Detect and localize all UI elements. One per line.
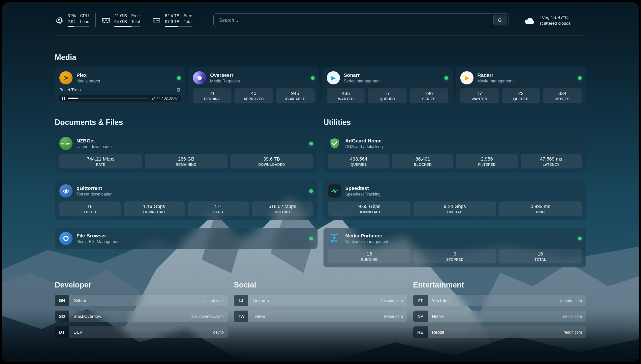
bookmark-dev[interactable]: DT DEVdev.to <box>55 326 228 338</box>
bookmark-url: linkedin.com <box>381 298 403 303</box>
bookmark-name: Github <box>74 298 86 303</box>
app-name: Overseerr <box>210 72 240 78</box>
top-bar: 31% CPU 2.94 Load <box>55 13 586 27</box>
app-name: Plex <box>76 72 100 78</box>
bookmark-url: stackoverflow.com <box>191 314 224 319</box>
app-desc: Container management <box>345 239 388 244</box>
card-filebrowser[interactable]: File Browser Media File Management <box>55 228 318 249</box>
stat-box: 39.6 TBDOWNLOADED <box>230 154 313 168</box>
app-desc: Usenet downloader <box>76 144 112 149</box>
card-sonarr[interactable]: ▶ Sonarr Series management 485WANTED 17Q… <box>322 67 453 107</box>
bookmark-group-entertainment: Entertainment YT YouTubeyoutube.com NF N… <box>413 267 586 342</box>
app-desc: Torrent downloader <box>76 192 112 197</box>
bookmark-youtube[interactable]: YT YouTubeyoutube.com <box>413 295 586 306</box>
speedtest-icon <box>328 184 341 197</box>
bookmark-abbr: LI <box>234 295 248 306</box>
bookmark-netflix[interactable]: NF Netflixnetflix.com <box>413 311 586 322</box>
ram-monitor: 21 GiB Free 64 GiB Total <box>95 13 146 27</box>
bookmark-abbr: YT <box>413 295 428 306</box>
section-heading-entertainment: Entertainment <box>413 281 586 289</box>
cpu-load-value: 2.94 <box>68 19 76 24</box>
app-desc: DNS and adblocking <box>345 144 383 149</box>
documents-column: Documents & Files nzbget NZBGet Usenet d… <box>55 107 318 249</box>
card-overseerr[interactable]: Overseerr Media Requests 21PENDING 40APP… <box>188 67 319 107</box>
pause-icon[interactable] <box>62 97 65 100</box>
status-dot <box>309 189 313 193</box>
stat-box: 86,401BLOCKED <box>392 154 454 168</box>
stat-box: 40APPROVED <box>234 88 273 103</box>
ram-total-label: Total <box>131 19 140 24</box>
app-desc: Media Requests <box>210 79 240 83</box>
weather-widget: Lviv, 16.87°C scattered clouds <box>524 15 586 26</box>
cpu-monitor: 31% CPU 2.94 Load <box>55 13 95 27</box>
stat-box: 1.19 GbpsDOWNLOAD <box>124 201 185 216</box>
bookmark-name: Reddit <box>432 330 444 335</box>
card-portainer[interactable]: Media Portainer Container management 16R… <box>323 228 586 267</box>
stat-box: 0STOPPED <box>413 249 496 263</box>
plex-player-bar: 24:44 / 02:06:47 <box>59 95 181 102</box>
section-heading-social: Social <box>234 281 407 289</box>
app-name: Sonarr <box>344 72 381 78</box>
stat-box: 9.24 GbpsUPLOAD <box>413 201 496 216</box>
gear-icon[interactable]: ⚙ <box>176 87 181 92</box>
system-monitors: 31% CPU 2.94 Load <box>55 13 198 27</box>
status-dot <box>578 76 582 80</box>
status-dot <box>177 76 181 80</box>
search-provider-button[interactable]: G <box>493 15 506 25</box>
bookmark-name: StackOverflow <box>74 314 101 319</box>
radarr-icon: ▶ <box>460 71 473 84</box>
cloud-icon <box>524 16 535 24</box>
bookmark-abbr: SO <box>55 311 69 322</box>
status-dot <box>311 76 315 80</box>
app-name: File Browser <box>76 233 121 239</box>
play-glyph: ▶ <box>331 75 336 81</box>
ram-free-label: Free <box>131 13 140 18</box>
stat-box: 16RUNNING <box>328 249 411 263</box>
bookmark-name: DEV <box>74 330 82 335</box>
app-name: AdGuard Home <box>345 138 383 144</box>
stat-box: 17QUEUED <box>368 88 407 103</box>
utilities-column: Utilities <box>323 107 586 267</box>
section-heading-documents: Documents & Files <box>55 118 318 127</box>
bookmark-name: Twitter <box>253 314 265 319</box>
app-name: qBittorrent <box>76 185 112 191</box>
bookmark-url: netflix.com <box>563 314 582 319</box>
card-adguard[interactable]: AdGuard Home DNS and adblocking 498,564Q… <box>323 133 586 172</box>
cpu-label: CPU <box>80 13 89 18</box>
plex-chevron-glyph: > <box>64 74 68 81</box>
disk-total-label: Total <box>184 19 192 24</box>
bookmark-github[interactable]: GH Githubgithub.com <box>55 295 228 306</box>
disk-free-label: Free <box>184 13 192 18</box>
plex-icon: > <box>59 71 73 84</box>
disk-progress-bar <box>165 26 192 27</box>
bookmark-name: YouTube <box>432 298 449 303</box>
stat-box: 22QUEUED <box>502 88 540 103</box>
card-speedtest[interactable]: Speedtest Speedtest Tracking 9.65 GbpsDO… <box>323 180 586 220</box>
header-divider <box>55 36 586 36</box>
playback-time: 24:44 / 02:06:47 <box>152 96 178 100</box>
card-qbittorrent[interactable]: qb qBittorrent Torrent downloader 16LEEC… <box>55 180 318 220</box>
ram-progress-bar <box>114 26 140 27</box>
stat-box: 485WANTED <box>327 88 365 103</box>
bookmark-linkedin[interactable]: LI LinkedInlinkedin.com <box>234 295 407 306</box>
search-input[interactable] <box>214 17 493 23</box>
bookmark-group-developer: Developer GH Githubgithub.com SO StackOv… <box>55 267 228 342</box>
card-plex[interactable]: > Plex Media server Bullet Train ⚙ 24:44… <box>55 67 185 107</box>
stat-box: 945AVAILABLE <box>276 88 315 103</box>
disk-free-value: 52.4 TB <box>165 13 179 18</box>
bookmark-stackoverflow[interactable]: SO StackOverflowstackoverflow.com <box>55 311 228 322</box>
stat-box: 21PENDING <box>193 88 231 103</box>
bookmark-url: reddit.com <box>564 330 582 335</box>
bookmark-reddit[interactable]: RE Redditreddit.com <box>413 326 586 338</box>
card-radarr[interactable]: ▶ Radarr Movie management 17WANTED 22QUE… <box>456 67 586 107</box>
now-playing-title: Bullet Train <box>59 87 81 92</box>
stat-box: 17WANTED <box>460 88 499 103</box>
bookmark-twitter[interactable]: TW Twittertwitter.com <box>234 311 407 322</box>
bookmark-url: youtube.com <box>559 298 582 303</box>
card-nzbget[interactable]: nzbget NZBGet Usenet downloader 744.21 M… <box>55 133 318 172</box>
bookmark-name: LinkedIn <box>253 298 269 303</box>
section-heading-media: Media <box>55 53 586 62</box>
playback-progress[interactable] <box>68 98 148 99</box>
app-name: Radarr <box>477 72 514 78</box>
sonarr-icon: ▶ <box>327 71 340 84</box>
